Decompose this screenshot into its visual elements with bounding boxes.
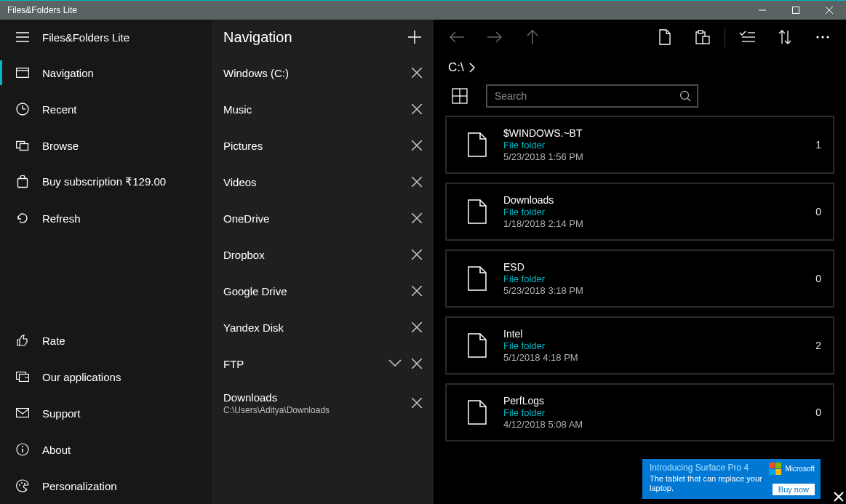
file-card[interactable]: ESDFile folder5/23/2018 3:18 PM 0 [445, 249, 834, 308]
info-icon [10, 443, 35, 456]
nav-item-google-drive[interactable]: Google Drive [212, 273, 434, 309]
svg-point-60 [826, 36, 829, 38]
navigation-title: Navigation [223, 29, 292, 46]
file-card[interactable]: PerfLogsFile folder4/12/2018 5:08 AM 0 [445, 383, 834, 441]
search-box[interactable] [486, 84, 698, 108]
nav-item-label: Music [223, 103, 252, 116]
sidebar-item-rate[interactable]: Rate [0, 322, 212, 359]
sidebar-item-personalization[interactable]: Personalization [0, 468, 212, 504]
sidebar-item-label: Buy subscription ₹129.00 [42, 175, 166, 188]
select-button[interactable] [730, 20, 765, 55]
more-button[interactable] [805, 20, 840, 55]
new-file-button[interactable] [647, 20, 682, 55]
search-input[interactable] [495, 90, 679, 102]
remove-icon[interactable] [412, 104, 422, 114]
nav-item-label: Windows (C:) [223, 67, 289, 79]
sidebar-item-refresh[interactable]: Refresh [0, 200, 212, 236]
ad-brand: Microsoft [785, 465, 815, 473]
file-count: 0 [815, 206, 821, 217]
sidebar-item-navigation[interactable]: Navigation [0, 55, 212, 91]
navigation-icon [10, 68, 35, 78]
window-title: Files&Folders Lite [7, 5, 77, 15]
ad-cta-button[interactable]: Buy now [773, 484, 815, 495]
ad-text: The tablet that can replace your laptop. [650, 474, 770, 493]
file-count: 0 [815, 407, 821, 418]
sidebar-item-support[interactable]: Support [0, 395, 212, 431]
file-card[interactable]: $WINDOWS.~BTFile folder5/23/2018 1:56 PM… [445, 116, 834, 174]
nav-item-videos[interactable]: Videos [212, 164, 434, 200]
back-button[interactable] [439, 20, 474, 55]
file-type: File folder [503, 407, 815, 418]
sidebar-item-label: Navigation [42, 67, 94, 79]
file-date: 5/23/2018 3:18 PM [503, 285, 815, 296]
chevron-down-icon[interactable] [388, 359, 402, 368]
remove-icon[interactable] [412, 359, 422, 369]
view-search-row [439, 81, 840, 116]
window-close-button[interactable] [813, 1, 846, 20]
remove-icon[interactable] [412, 249, 422, 260]
svg-point-59 [821, 36, 823, 38]
file-type: File folder [503, 207, 815, 217]
window-minimize-button[interactable] [746, 1, 779, 20]
sort-button[interactable] [767, 20, 802, 55]
nav-item-dropbox[interactable]: Dropbox [212, 236, 434, 273]
up-button[interactable] [515, 20, 550, 55]
file-card[interactable]: DownloadsFile folder1/18/2018 2:14 PM 0 [445, 183, 834, 241]
ad-content[interactable]: Introducing Surface Pro 4 The tablet tha… [642, 459, 821, 499]
add-navigation-button[interactable] [407, 30, 422, 44]
nav-item-ftp[interactable]: FTP [212, 345, 434, 382]
nav-item-music[interactable]: Music [212, 91, 434, 127]
toolbar-separator [725, 27, 725, 47]
nav-item-pictures[interactable]: Pictures [212, 127, 434, 164]
apps-icon [10, 372, 35, 382]
window-maximize-button[interactable] [779, 1, 813, 20]
remove-icon[interactable] [412, 322, 422, 332]
sidebar-footer: Rate Our applications Support About Pers… [0, 322, 212, 504]
nav-item-windows-c[interactable]: Windows (C:) [212, 55, 434, 91]
svg-point-23 [21, 482, 23, 484]
forward-button[interactable] [477, 20, 512, 55]
sidebar-item-label: Browse [42, 140, 79, 152]
breadcrumb-text: C:\ [448, 60, 464, 75]
nav-item-label: OneDrive [223, 212, 269, 225]
remove-icon[interactable] [412, 177, 422, 187]
nav-item-onedrive[interactable]: OneDrive [212, 200, 434, 236]
remove-icon[interactable] [412, 213, 422, 223]
file-type: File folder [503, 340, 815, 351]
paste-button[interactable] [685, 20, 720, 55]
sidebar-item-label: Rate [42, 335, 65, 347]
sidebar-item-browse[interactable]: Browse [0, 127, 212, 164]
file-count: 2 [815, 340, 821, 351]
app-name: Files&Folders Lite [42, 31, 129, 44]
remove-icon[interactable] [412, 68, 422, 78]
sidebar-item-about[interactable]: About [0, 431, 212, 468]
ad-close-button[interactable] [833, 491, 845, 503]
nav-item-downloads[interactable]: Downloads C:\Users\Aditya\Downloads [212, 382, 434, 424]
sidebar-item-label: Our applications [42, 371, 121, 383]
breadcrumb[interactable]: C:\ [439, 55, 840, 81]
hamburger-icon[interactable] [10, 32, 35, 42]
mail-icon [10, 408, 35, 418]
sidebar-item-buy[interactable]: Buy subscription ₹129.00 [0, 164, 212, 200]
folder-icon [460, 333, 495, 358]
chevron-right-icon [468, 63, 476, 73]
sidebar-item-our-apps[interactable]: Our applications [0, 359, 212, 395]
clock-icon [10, 103, 35, 116]
nav-item-label: Pictures [223, 140, 263, 152]
file-card[interactable]: IntelFile folder5/1/2018 4:18 PM 2 [445, 316, 834, 375]
remove-icon[interactable] [412, 286, 422, 296]
folder-icon [460, 199, 495, 224]
remove-icon[interactable] [412, 398, 422, 408]
sidebar-item-label: Personalization [42, 480, 117, 492]
nav-item-yandex-disk[interactable]: Yandex Disk [212, 309, 434, 345]
microsoft-logo-icon [769, 463, 781, 475]
search-icon[interactable] [679, 90, 691, 102]
refresh-icon [10, 212, 35, 225]
remove-icon[interactable] [412, 140, 422, 151]
toolbar [439, 20, 840, 55]
nav-item-label: FTP [223, 358, 244, 370]
file-name: PerfLogs [503, 395, 815, 407]
view-mode-button[interactable] [445, 84, 474, 108]
svg-point-24 [24, 483, 25, 484]
sidebar-item-recent[interactable]: Recent [0, 91, 212, 127]
